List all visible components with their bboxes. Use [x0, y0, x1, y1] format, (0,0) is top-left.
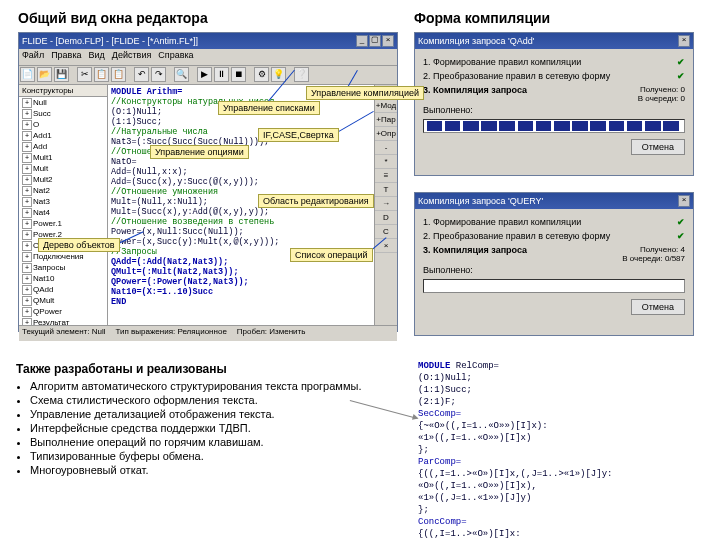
menu-item[interactable]: Вид — [89, 50, 105, 64]
code-line: Add=(Succ(x),y:Succ(@(x,y))); — [111, 177, 371, 187]
tree-node[interactable]: Подключения — [19, 251, 107, 262]
toolbar-button[interactable]: ⏸ — [214, 67, 229, 82]
feature-item: Многоуровневый откат. — [30, 464, 396, 476]
code-line: ParComp= — [418, 456, 708, 468]
toolbar-button — [248, 67, 252, 83]
check-icon: ✔ — [677, 57, 685, 67]
code-line: //Отношение возведения в степень — [111, 217, 371, 227]
check-icon: ✔ — [677, 231, 685, 241]
dlg1-stat1: Получено: 0 — [640, 85, 685, 94]
dlg1-doing: Выполнено: — [423, 105, 473, 115]
code-line: Nat10=(X:=1..10)Succ — [111, 287, 371, 297]
toolbar-button[interactable]: 📂 — [37, 67, 52, 82]
code-sample: MODULE RelComp= (O:1)Null; (1:1)Succ; (2… — [418, 360, 708, 540]
editor-title: FLIDE - [Demo.FLP] - [FLIDE - [*Antim.FL… — [22, 36, 198, 46]
op-button[interactable]: × — [375, 239, 397, 253]
op-button[interactable]: D — [375, 211, 397, 225]
code-line: }; — [418, 504, 708, 516]
cancel-button[interactable]: Отмена — [631, 299, 685, 315]
tree-pane[interactable]: Конструкторы NullSuccOAdd1AddMult1MultMu… — [19, 85, 108, 325]
op-button[interactable]: T — [375, 183, 397, 197]
op-button[interactable]: ≡ — [375, 169, 397, 183]
tree-node[interactable]: Mult — [19, 163, 107, 174]
op-button[interactable]: +Пар — [375, 113, 397, 127]
progress-bar — [423, 119, 685, 133]
menu-item[interactable]: Действия — [112, 50, 151, 64]
toolbar-button[interactable]: 📋 — [111, 67, 126, 82]
status-cell: Текущий элемент: Null — [22, 327, 106, 340]
tree-node[interactable]: Add — [19, 141, 107, 152]
tree-tab[interactable]: Конструкторы — [19, 85, 107, 97]
close-button[interactable]: × — [678, 35, 690, 47]
menubar[interactable]: ФайлПравкаВидДействияСправка — [19, 49, 397, 66]
op-button[interactable]: +Мод — [375, 99, 397, 113]
tree-node[interactable]: QPower — [19, 306, 107, 317]
toolbar-button[interactable]: 📄 — [20, 67, 35, 82]
toolbar-button[interactable]: ▶ — [197, 67, 212, 82]
min-button[interactable]: _ — [356, 35, 368, 47]
tree-node[interactable]: O — [19, 119, 107, 130]
editor-titlebar: FLIDE - [Demo.FLP] - [FLIDE - [*Antim.FL… — [19, 33, 397, 49]
dlg2-doing: Выполнено: — [423, 265, 473, 275]
callout-tree: Дерево объектов — [38, 238, 120, 252]
tree-node[interactable]: Запросы — [19, 262, 107, 273]
op-button[interactable]: +Опр — [375, 127, 397, 141]
tree-node[interactable]: Nat10 — [19, 273, 107, 284]
op-button[interactable]: → — [375, 197, 397, 211]
toolbar-button[interactable]: ↷ — [151, 67, 166, 82]
toolbar[interactable]: 📄📂💾✂📋📋↶↷🔍▶⏸⏹⚙💡❔ — [19, 66, 397, 85]
code-line: }; — [418, 444, 708, 456]
tree-node[interactable]: Add1 — [19, 130, 107, 141]
tree-node[interactable]: Succ — [19, 108, 107, 119]
close-button[interactable]: × — [678, 195, 690, 207]
tree-node[interactable]: Power.1 — [19, 218, 107, 229]
dlg1-step2: 2. Преобразование правил в сетевую форму — [423, 71, 610, 81]
op-button[interactable]: * — [375, 155, 397, 169]
tree-node[interactable]: QAdd — [19, 284, 107, 295]
dlg1-step1: 1. Формирование правил компиляции — [423, 57, 581, 67]
op-button[interactable]: - — [375, 141, 397, 155]
code-line: «O»((,I=1..«O»»)[I]x), — [418, 480, 708, 492]
toolbar-button[interactable]: ⚙ — [254, 67, 269, 82]
max-button[interactable]: ▢ — [369, 35, 381, 47]
code-line: (2:1)F; — [418, 396, 708, 408]
toolbar-button[interactable]: 💡 — [271, 67, 286, 82]
toolbar-button[interactable]: ✂ — [77, 67, 92, 82]
tree-node[interactable]: Nat3 — [19, 196, 107, 207]
menu-item[interactable]: Правка — [51, 50, 81, 64]
dlg2-stat2: В очереди: 0/587 — [622, 254, 685, 263]
tree-node[interactable]: Null — [19, 97, 107, 108]
code-line: {~«O»((,I=1..«O»»)[I]x): — [418, 420, 708, 432]
callout-ops: Список операций — [290, 248, 373, 262]
callout-opts: Управление опциями — [150, 145, 249, 159]
features-section: Также разработаны и реализованы Алгоритм… — [16, 362, 396, 478]
toolbar-button[interactable]: 💾 — [54, 67, 69, 82]
check-icon: ✔ — [677, 71, 685, 81]
dlg1-step3: 3. Компиляция запроса — [423, 85, 527, 95]
code-line: QPower=(:Power(Nat2,Nat3)); — [111, 277, 371, 287]
status-cell: Пробел: Изменить — [237, 327, 306, 340]
toolbar-button[interactable]: ↶ — [134, 67, 149, 82]
toolbar-button[interactable]: ⏹ — [231, 67, 246, 82]
toolbar-button[interactable]: 🔍 — [174, 67, 189, 82]
features-title: Также разработаны и реализованы — [16, 362, 396, 376]
cancel-button[interactable]: Отмена — [631, 139, 685, 155]
dlg2-stat1: Получено: 4 — [640, 245, 685, 254]
tree-node[interactable]: QMult — [19, 295, 107, 306]
tree-node[interactable]: Nat2 — [19, 185, 107, 196]
toolbar-button[interactable]: 📋 — [94, 67, 109, 82]
dlg2-step2: 2. Преобразование правил в сетевую форму — [423, 231, 610, 241]
dlg2-step1: 1. Формирование правил компиляции — [423, 217, 581, 227]
callout-ifcase: IF,CASE,Свертка — [258, 128, 339, 142]
close-button[interactable]: × — [382, 35, 394, 47]
menu-item[interactable]: Файл — [22, 50, 44, 64]
op-bar[interactable]: +Инд+Мод+Пар+Опр-*≡T→DC× — [374, 85, 397, 325]
tree-node[interactable]: Nat4 — [19, 207, 107, 218]
menu-item[interactable]: Справка — [158, 50, 193, 64]
toolbar-button — [168, 67, 172, 83]
toolbar-button[interactable]: ❔ — [294, 67, 309, 82]
tree-node[interactable]: Результат — [19, 317, 107, 325]
code-line: {((,I=1..>«O»)[I]x,(,J=1..>«1»)[J]y: — [418, 468, 708, 480]
tree-node[interactable]: Mult1 — [19, 152, 107, 163]
tree-node[interactable]: Mult2 — [19, 174, 107, 185]
